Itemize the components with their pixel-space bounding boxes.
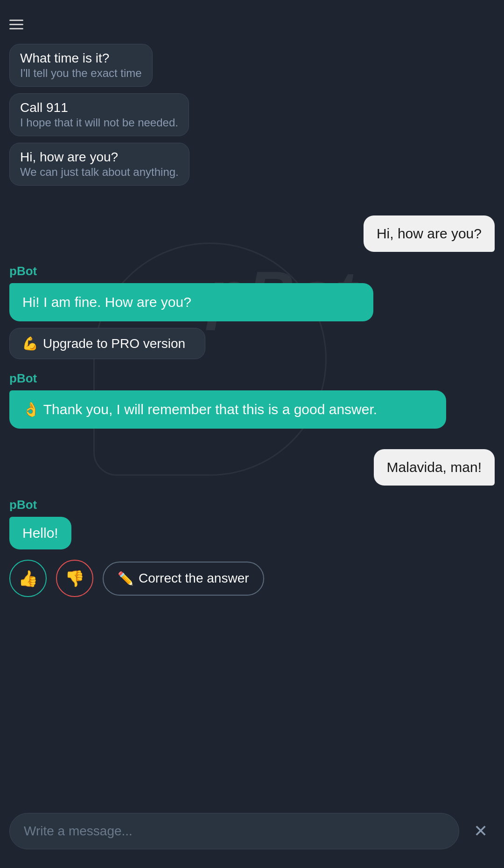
- bot-text-1: 👌 Thank you, I will remember that this i…: [22, 402, 377, 417]
- user-text-0: Hi, how are you?: [377, 226, 482, 241]
- bot-text-0: Hi! I am fine. How are you?: [22, 294, 191, 310]
- suggestion-title-0: What time is it?: [20, 51, 142, 66]
- bot-bubble-1: 👌 Thank you, I will remember that this i…: [9, 390, 446, 429]
- feedback-row: 👍 👎 ✏️ Correct the answer: [9, 560, 495, 597]
- suggestion-item-1[interactable]: Call 911 I hope that it will not be need…: [9, 93, 189, 136]
- user-message-row-1: Malavida, man!: [9, 449, 495, 486]
- input-area: ✕: [0, 804, 504, 868]
- upgrade-emoji: 💪: [22, 336, 38, 351]
- close-button[interactable]: ✕: [467, 817, 495, 845]
- hamburger-line-2: [9, 24, 23, 25]
- suggestions-area: What time is it? I'll tell you the exact…: [0, 44, 504, 197]
- suggestion-sub-2: We can just talk about anything.: [20, 166, 179, 179]
- user-bubble-1: Malavida, man!: [374, 449, 495, 486]
- correct-label: Correct the answer: [139, 571, 249, 586]
- hamburger-line-3: [9, 28, 23, 29]
- thumbs-down-button[interactable]: 👎: [56, 560, 93, 597]
- user-bubble-0: Hi, how are you?: [364, 215, 495, 252]
- hamburger-menu-button[interactable]: [9, 14, 30, 35]
- user-text-1: Malavida, man!: [387, 459, 482, 475]
- suggestion-sub-0: I'll tell you the exact time: [20, 67, 142, 80]
- suggestion-title-1: Call 911: [20, 100, 178, 115]
- close-icon: ✕: [474, 821, 488, 841]
- bot-message-group-1: pBot 👌 Thank you, I will remember that t…: [9, 368, 495, 435]
- messages-area: Hi, how are you? pBot Hi! I am fine. How…: [0, 197, 504, 804]
- bot-label-2: pBot: [9, 498, 495, 512]
- bot-bubble-0: Hi! I am fine. How are you?: [9, 283, 373, 321]
- bot-hello-text: Hello!: [22, 525, 58, 541]
- bot-label-0: pBot: [9, 264, 495, 278]
- thumbs-up-icon: 👍: [18, 569, 38, 588]
- correct-answer-button[interactable]: ✏️ Correct the answer: [103, 562, 264, 596]
- suggestion-item-2[interactable]: Hi, how are you? We can just talk about …: [9, 143, 189, 186]
- suggestion-title-2: Hi, how are you?: [20, 150, 179, 165]
- upgrade-button[interactable]: 💪 Upgrade to PRO version: [9, 328, 205, 359]
- correct-emoji: ✏️: [118, 571, 134, 586]
- user-message-row-0: Hi, how are you?: [9, 215, 495, 252]
- hamburger-line-1: [9, 20, 23, 21]
- suggestion-item-0[interactable]: What time is it? I'll tell you the exact…: [9, 44, 153, 87]
- bot-hello-bubble: Hello!: [9, 517, 71, 549]
- upgrade-label: Upgrade to PRO version: [43, 336, 185, 351]
- thumbs-up-button[interactable]: 👍: [9, 560, 47, 597]
- message-input[interactable]: [9, 813, 459, 849]
- bot-message-group-0: pBot Hi! I am fine. How are you?: [9, 261, 495, 328]
- suggestion-sub-1: I hope that it will not be needed.: [20, 116, 178, 129]
- header: [0, 9, 504, 44]
- bot-label-1: pBot: [9, 371, 495, 386]
- bot-message-group-2: pBot Hello!: [9, 495, 495, 560]
- thumbs-down-icon: 👎: [65, 569, 84, 588]
